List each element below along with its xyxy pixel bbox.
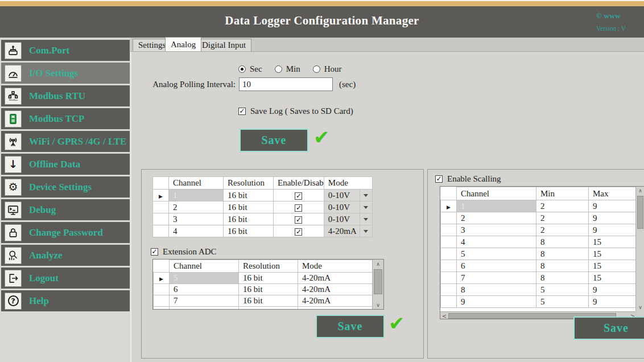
- sidebar-item-io-settings[interactable]: I/O Settings: [1, 63, 130, 84]
- enable-checkbox[interactable]: [295, 192, 302, 200]
- cell-resolution[interactable]: 16 bit: [239, 273, 298, 284]
- sidebar-item-device-settings[interactable]: ⚙ Device Settings: [1, 176, 130, 198]
- save-scaling-button[interactable]: Save: [573, 316, 644, 340]
- cell-channel[interactable]: 8: [170, 307, 239, 310]
- row-selector[interactable]: [153, 225, 169, 237]
- cell-mode[interactable]: 4-20mA: [298, 307, 373, 310]
- mode-select[interactable]: 0-10V: [324, 201, 360, 213]
- enable-checkbox[interactable]: [295, 228, 302, 236]
- dropdown-arrow-icon[interactable]: [360, 190, 372, 201]
- cell-channel[interactable]: 6: [170, 284, 239, 295]
- cell-channel[interactable]: 2: [457, 212, 536, 224]
- cell-mode[interactable]: 4-20mA: [298, 273, 373, 284]
- cell-channel[interactable]: 8: [457, 284, 536, 296]
- cell-channel[interactable]: 5: [457, 248, 536, 260]
- cell-channel[interactable]: 5: [170, 273, 239, 284]
- row-selector[interactable]: [154, 307, 170, 310]
- cell-max[interactable]: 9: [589, 224, 637, 236]
- cell-resolution[interactable]: 16 bit: [224, 190, 274, 201]
- radio-min[interactable]: Min: [275, 64, 300, 74]
- cell-max[interactable]: 9: [589, 200, 637, 212]
- row-selector[interactable]: [154, 273, 170, 284]
- cell-channel[interactable]: 3: [457, 224, 536, 236]
- enable-checkbox[interactable]: [295, 216, 302, 224]
- sidebar-item-wifi[interactable]: WiFi / GPRS /4G / LTE: [1, 131, 130, 152]
- sidebar-item-analyze[interactable]: Analyze: [1, 245, 130, 266]
- extension-adc-checkbox[interactable]: [151, 248, 158, 256]
- cell-channel[interactable]: 3: [169, 213, 224, 225]
- scrollbar-thumb[interactable]: [374, 269, 382, 294]
- scroll-down-arrow[interactable]: ∨: [636, 303, 644, 311]
- row-selector[interactable]: [441, 260, 457, 272]
- row-selector[interactable]: [441, 296, 457, 308]
- enable-scaling-checkbox-row[interactable]: Enable Scalling: [435, 174, 501, 184]
- enable-checkbox[interactable]: [295, 204, 302, 212]
- cell-min[interactable]: 8: [536, 260, 589, 272]
- radio-icon[interactable]: [238, 65, 246, 73]
- cell-mode[interactable]: 4-20mA: [298, 295, 373, 307]
- sidebar-item-com-port[interactable]: Com.Port: [1, 40, 130, 61]
- tab-analog[interactable]: Analog: [165, 37, 201, 51]
- cell-min[interactable]: 2: [536, 212, 589, 224]
- mode-select[interactable]: 0-10V: [324, 213, 360, 225]
- cell-min[interactable]: 2: [536, 224, 589, 236]
- cell-min[interactable]: 5: [536, 284, 589, 296]
- radio-hour[interactable]: Hour: [313, 64, 342, 74]
- cell-channel[interactable]: 1: [169, 190, 224, 201]
- cell-channel[interactable]: 1: [457, 200, 536, 212]
- cell-max[interactable]: 9: [589, 212, 637, 224]
- dropdown-arrow-icon[interactable]: [360, 201, 372, 213]
- cell-resolution[interactable]: 16 bit: [224, 225, 274, 237]
- save-polling-button[interactable]: Save: [240, 129, 308, 152]
- row-selector[interactable]: [441, 284, 457, 296]
- dropdown-arrow-icon[interactable]: [360, 213, 372, 225]
- row-selector[interactable]: [154, 295, 170, 307]
- cell-max[interactable]: 9: [589, 284, 637, 296]
- cell-channel[interactable]: 9: [457, 296, 536, 308]
- cell-channel[interactable]: 2: [169, 201, 224, 213]
- dropdown-arrow-icon[interactable]: [360, 225, 372, 237]
- cell-channel[interactable]: 7: [457, 272, 536, 284]
- row-selector[interactable]: [154, 284, 170, 295]
- cell-resolution[interactable]: 16 bit: [239, 284, 298, 295]
- cell-max[interactable]: 15: [589, 260, 637, 272]
- cell-channel[interactable]: 6: [457, 260, 536, 272]
- scrollbar-thumb[interactable]: [637, 196, 643, 229]
- mode-select[interactable]: 4-20mA: [324, 225, 360, 237]
- row-selector[interactable]: [441, 200, 457, 212]
- row-selector[interactable]: [441, 248, 457, 260]
- cell-channel[interactable]: 4: [169, 225, 224, 237]
- row-selector[interactable]: [153, 190, 169, 201]
- sidebar-item-debug[interactable]: Debug: [1, 199, 130, 220]
- cell-min[interactable]: 8: [536, 236, 589, 248]
- cell-max[interactable]: 15: [589, 248, 637, 260]
- sidebar-item-offline-data[interactable]: ↓ Offline Data: [1, 154, 130, 175]
- row-selector[interactable]: [441, 236, 457, 248]
- save-log-checkbox[interactable]: [238, 108, 246, 115]
- cell-max[interactable]: 15: [589, 272, 637, 284]
- row-selector[interactable]: [153, 201, 169, 213]
- sidebar-item-logout[interactable]: Logout: [1, 268, 130, 289]
- sidebar-item-help[interactable]: ? Help: [1, 290, 130, 311]
- sidebar-item-change-password[interactable]: Change Password: [1, 222, 130, 243]
- radio-icon[interactable]: [313, 65, 320, 73]
- cell-mode[interactable]: 4-20mA: [298, 284, 373, 295]
- row-selector[interactable]: [441, 224, 457, 236]
- cell-channel[interactable]: 4: [457, 236, 536, 248]
- cell-max[interactable]: 9: [589, 296, 637, 308]
- cell-channel[interactable]: 7: [170, 295, 239, 307]
- radio-sec[interactable]: Sec: [238, 64, 262, 74]
- extension-adc-checkbox-row[interactable]: Extension ADC: [151, 247, 217, 257]
- enable-scaling-checkbox[interactable]: [435, 175, 443, 183]
- mode-select[interactable]: 0-10V: [324, 190, 360, 201]
- row-selector[interactable]: [441, 272, 457, 284]
- cell-min[interactable]: 8: [536, 248, 589, 260]
- scroll-left-arrow[interactable]: <: [440, 312, 448, 319]
- cell-resolution[interactable]: 16 bit: [239, 307, 298, 310]
- row-selector[interactable]: [441, 212, 457, 224]
- cell-resolution[interactable]: 16 bit: [224, 213, 274, 225]
- vertical-scrollbar[interactable]: ∧ ∨: [372, 260, 383, 309]
- sidebar-item-modbus-rtu[interactable]: Modbus Modbus RTU: [1, 85, 130, 106]
- cell-min[interactable]: 5: [536, 296, 589, 308]
- save-log-checkbox-row[interactable]: Save Log ( Saves to SD Card): [238, 106, 353, 116]
